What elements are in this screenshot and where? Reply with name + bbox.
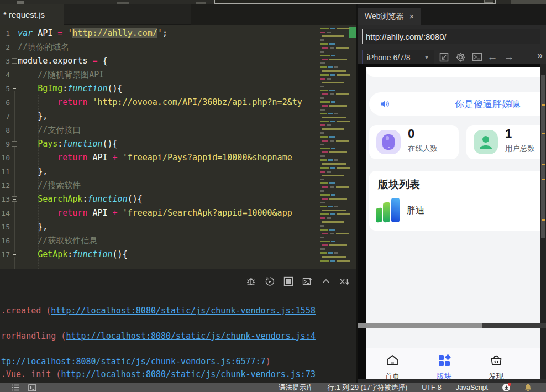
terminal-statusbar-icon[interactable] [28,384,36,391]
minimap-marker [349,27,356,38]
code-line: 14 return API + 'freeapi/SearchApk?appid… [0,206,318,220]
code-line: 11 }, [0,165,318,179]
notice-bar[interactable]: 你是傻逼胖娣嘛 [369,92,540,116]
user-count: 1 [505,127,512,141]
bell-icon[interactable] [524,384,532,391]
grid-icon [437,353,452,370]
online-label: 在线人数 [408,144,438,154]
device-icon [376,130,401,154]
console-panel: .created (http://localhost:8080/static/j… [0,269,358,383]
console-link[interactable]: http://localhost:8080/static/js/chunk-ve… [51,306,316,316]
language-status[interactable]: JavaScript [456,384,488,391]
toolbar-run-button[interactable] [511,0,546,4]
horizontal-scrollbar-thumb[interactable] [358,323,482,328]
code-line: 1var API = 'http://ahlly.com/'; [0,27,318,40]
vertical-scrollbar-thumb[interactable] [541,75,545,238]
browser-tabbar: Web浏览器 × [358,4,546,25]
editor-tabstrip: * request.js [0,4,358,25]
code-line: 2//填你的域名 [0,40,318,54]
device-select[interactable]: iPhone 6/7/8 ▼ [362,50,434,65]
forward-arrow-icon[interactable]: → [502,50,516,64]
console-line: .Vue._init (http://localhost:8080/static… [1,369,316,379]
console-link[interactable]: tp://localhost:8080/static/js/chunk-vend… [1,357,266,367]
back-arrow-icon[interactable]: ← [486,50,499,64]
restart-icon[interactable] [264,276,275,287]
minimap[interactable] [318,25,356,269]
close-icon[interactable]: × [410,12,414,21]
online-count: 0 [408,127,414,141]
cursor-position-status[interactable]: 行:1 列:29 (17字符被选择) [328,383,407,392]
board-list-card: 版块列表 胖迪 [369,171,540,231]
open-external-icon[interactable] [437,50,450,64]
syntax-lib-status[interactable]: 语法提示库 [279,383,313,392]
user-label: 用户总数 [505,144,535,154]
board-list-title: 版块列表 [378,177,420,192]
nav-me[interactable]: 我 [522,348,540,379]
fold-toggle-icon[interactable] [12,196,17,202]
vertical-scrollbar[interactable] [540,64,546,379]
fold-toggle-icon[interactable] [12,86,17,91]
code-line: 9 Pays:function(){ [0,137,318,151]
stop-icon[interactable] [283,276,294,287]
web-browser-panel: Web浏览器 × iPhone 6/7/8 ▼ [358,4,546,383]
banner-card [366,67,540,77]
menu-icon[interactable] [17,1,24,4]
notice-text: 你是傻逼胖娣嘛 [455,98,521,111]
hbuilderx-window: * request.js 1var API = 'http://ahlly.co… [0,0,546,392]
tab-request-js[interactable]: * request.js [0,4,64,25]
new-terminal-icon[interactable] [302,276,313,287]
tab-web-browser[interactable]: Web浏览器 × [358,8,421,25]
fold-toggle-icon[interactable] [12,252,17,257]
user-icon [474,130,498,154]
board-name[interactable]: 胖迪 [407,205,424,217]
basket-icon [489,353,503,370]
home-icon [385,353,400,370]
outline-list-icon[interactable] [11,384,19,391]
code-line: 15 }, [0,220,318,234]
clear-console-icon[interactable] [339,276,350,287]
fold-toggle-icon[interactable] [12,58,17,64]
nav-discover[interactable]: 发现 [470,348,522,379]
console-line: tp://localhost:8080/static/js/chunk-vend… [1,357,271,367]
fold-toggle-icon[interactable] [12,141,17,147]
code-line: 7 }, [0,109,318,123]
statusbar: 语法提示库 行:1 列:29 (17字符被选择) UTF-8 JavaScrip… [0,383,546,392]
board-logo-icon[interactable] [375,198,401,223]
chevron-down-icon: ▼ [424,54,429,60]
nav-boards[interactable]: 版块 [418,348,470,379]
code-line: 3module.exports = { [0,54,318,68]
toolbar-label-fragment [117,2,129,4]
console-link[interactable]: http://localhost:8080/static/js/chunk-ve… [61,369,316,379]
code-line: 5 BgImg:function(){ [0,82,318,96]
speaker-icon [379,98,391,112]
phone-page: 你是傻逼胖娣嘛 0 在线人数 [366,67,540,378]
code-line: 13 SearchApk:function(){ [0,192,318,206]
code-line: 6 return 'http://ovooa.com/API/360bz/api… [0,96,318,109]
terminal-icon[interactable] [470,50,484,64]
global-search-input[interactable] [214,0,496,4]
console-link[interactable]: http://localhost:8080/static/js/chunk-ve… [66,331,316,341]
stat-card-users: 1 用户总数 [466,125,540,159]
stat-card-online: 0 在线人数 [369,125,459,159]
update-icon[interactable] [502,384,510,391]
gear-icon[interactable] [454,50,467,64]
nav-home[interactable]: 首页 [366,348,418,379]
code-line: 4 //随机背景图API [0,68,318,82]
collapse-panel-icon[interactable] [321,276,332,287]
url-input[interactable] [362,29,540,44]
encoding-status[interactable]: UTF-8 [422,384,441,391]
code-line: 16 //获取软件信息 [0,234,318,248]
code-line: 12 //搜索软件 [0,179,318,192]
main-toolbar-sliver [0,0,546,4]
code-editor[interactable]: 1var API = 'http://ahlly.com/';2//填你的域名3… [0,25,318,269]
console-line: rorHandling (http://localhost:8080/stati… [1,331,316,341]
debug-bug-icon[interactable] [245,276,256,287]
more-tools-icon[interactable]: » [537,50,543,61]
search-dropdown-button[interactable] [484,0,494,3]
console-line: .created (http://localhost:8080/static/j… [1,306,316,316]
horizontal-scrollbar[interactable] [358,323,546,328]
code-line: 8 //支付接口 [0,123,318,137]
toolbar-label-fragment [196,2,206,4]
code-line: 10 return API + 'freeapi/Pays?appid=1000… [0,151,318,165]
bottom-navbar: 首页 版块 [366,348,540,379]
